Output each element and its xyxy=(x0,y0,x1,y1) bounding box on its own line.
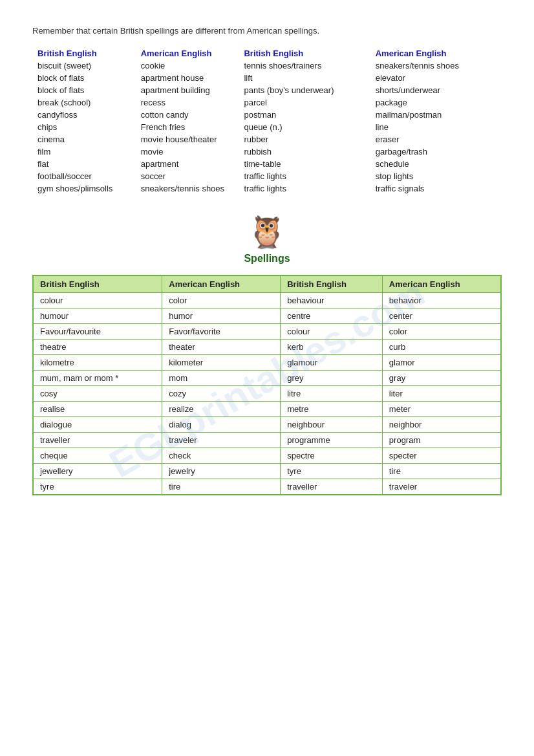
vocab-cell: rubbish xyxy=(239,146,370,158)
vocab-cell: apartment house xyxy=(136,72,239,84)
spelling-cell: colour xyxy=(281,324,383,340)
vocab-cell: queue (n.) xyxy=(239,121,370,133)
spelling-cell: humour xyxy=(33,308,162,324)
vocab-cell: package xyxy=(370,96,502,109)
spellings-header-amer2: American English xyxy=(382,275,501,293)
spelling-cell: center xyxy=(382,308,501,324)
vocab-cell: block of flats xyxy=(32,84,136,96)
vocab-cell: flat xyxy=(32,158,136,170)
vocab-cell: pants (boy's underwear) xyxy=(239,84,370,96)
spelling-cell: glamor xyxy=(382,355,501,371)
vocab-cell: football/soccer xyxy=(32,170,136,182)
vocab-row: block of flatsapartment buildingpants (b… xyxy=(32,84,502,96)
vocab-cell: French fries xyxy=(136,121,239,133)
vocab-cell: candyfloss xyxy=(32,109,136,121)
spellings-header-row: British English American English British… xyxy=(33,275,501,293)
spelling-row: dialoguedialogneighbourneighbor xyxy=(33,417,501,433)
spelling-cell: tyre xyxy=(281,464,383,479)
spelling-row: humourhumorcentrecenter xyxy=(33,308,501,324)
spelling-cell: colour xyxy=(33,293,162,308)
vocab-row: football/soccersoccertraffic lightsstop … xyxy=(32,170,502,182)
spelling-cell: Favor/favorite xyxy=(162,324,281,340)
spelling-cell: cosy xyxy=(33,386,162,402)
spellings-header-brit1: British English xyxy=(33,275,162,293)
vocab-cell: apartment building xyxy=(136,84,239,96)
vocab-row: biscuit (sweet)cookietennis shoes/traine… xyxy=(32,59,502,72)
vocab-cell: movie house/theater xyxy=(136,133,239,146)
vocab-cell: lift xyxy=(239,72,370,84)
spelling-cell: Favour/favourite xyxy=(33,324,162,340)
vocabulary-table: British English American English British… xyxy=(32,47,502,195)
spelling-cell: dialogue xyxy=(33,417,162,433)
vocab-cell: sneakers/tennis shoes xyxy=(136,182,239,195)
spelling-cell: metre xyxy=(281,402,383,417)
spelling-cell: kilometer xyxy=(162,355,281,371)
vocab-cell: rubber xyxy=(239,133,370,146)
vocab-row: flatapartmenttime-tableschedule xyxy=(32,158,502,170)
spelling-cell: centre xyxy=(281,308,383,324)
vocab-cell: film xyxy=(32,146,136,158)
spelling-row: theatretheaterkerbcurb xyxy=(33,340,501,355)
vocab-row: gym shoes/plimsollssneakers/tennis shoes… xyxy=(32,182,502,195)
vocab-cell: cinema xyxy=(32,133,136,146)
vocab-cell: traffic lights xyxy=(239,182,370,195)
spelling-row: Favour/favouriteFavor/favoritecolourcolo… xyxy=(33,324,501,340)
spelling-cell: check xyxy=(162,448,281,464)
spellings-table: British English American English British… xyxy=(32,275,502,495)
spelling-cell: kerb xyxy=(281,340,383,355)
spelling-cell: jewellery xyxy=(33,464,162,479)
spelling-cell: cheque xyxy=(33,448,162,464)
vocab-cell: mailman/postman xyxy=(370,109,502,121)
spelling-cell: program xyxy=(382,433,501,448)
vocab-header-amer2: American English xyxy=(370,47,502,59)
vocab-cell: recess xyxy=(136,96,239,109)
vocab-cell: postman xyxy=(239,109,370,121)
spelling-cell: cozy xyxy=(162,386,281,402)
vocab-cell: time-table xyxy=(239,158,370,170)
vocab-cell: parcel xyxy=(239,96,370,109)
spelling-cell: spectre xyxy=(281,448,383,464)
spelling-cell: litre xyxy=(281,386,383,402)
spelling-cell: grey xyxy=(281,371,383,386)
vocab-cell: eraser xyxy=(370,133,502,146)
vocab-header-brit2: British English xyxy=(239,47,370,59)
spelling-cell: realise xyxy=(33,402,162,417)
spelling-cell: meter xyxy=(382,402,501,417)
spelling-cell: liter xyxy=(382,386,501,402)
spelling-row: travellertravelerprogrammeprogram xyxy=(33,433,501,448)
spelling-cell: kilometre xyxy=(33,355,162,371)
vocab-cell: cotton candy xyxy=(136,109,239,121)
spelling-row: chequecheckspectrespecter xyxy=(33,448,501,464)
vocab-cell: elevator xyxy=(370,72,502,84)
vocab-row: cinemamovie house/theaterrubbereraser xyxy=(32,133,502,146)
vocab-cell: line xyxy=(370,121,502,133)
vocab-header-brit1: British English xyxy=(32,47,136,59)
spelling-row: mum, mam or mom *momgreygray xyxy=(33,371,501,386)
spelling-cell: traveller xyxy=(281,479,383,495)
vocab-header-row: British English American English British… xyxy=(32,47,502,59)
spelling-cell: jewelry xyxy=(162,464,281,479)
vocab-row: candyflosscotton candypostmanmailman/pos… xyxy=(32,109,502,121)
spelling-cell: traveler xyxy=(162,433,281,448)
spelling-cell: color xyxy=(162,293,281,308)
vocab-row: break (school)recessparcelpackage xyxy=(32,96,502,109)
spelling-cell: realize xyxy=(162,402,281,417)
spelling-cell: neighbour xyxy=(281,417,383,433)
spellings-header-brit2: British English xyxy=(281,275,383,293)
vocab-cell: biscuit (sweet) xyxy=(32,59,136,72)
vocab-cell: shorts/underwear xyxy=(370,84,502,96)
spelling-row: colourcolorbehaviourbehavior xyxy=(33,293,501,308)
vocab-cell: traffic signals xyxy=(370,182,502,195)
spelling-row: jewelleryjewelrytyretire xyxy=(33,464,501,479)
spelling-cell: theatre xyxy=(33,340,162,355)
vocab-cell: garbage/trash xyxy=(370,146,502,158)
spelling-cell: gray xyxy=(382,371,501,386)
spelling-cell: tyre xyxy=(33,479,162,495)
spelling-cell: dialog xyxy=(162,417,281,433)
vocab-cell: tennis shoes/trainers xyxy=(239,59,370,72)
spelling-cell: mum, mam or mom * xyxy=(33,371,162,386)
spelling-cell: curb xyxy=(382,340,501,355)
spelling-row: cosycozylitreliter xyxy=(33,386,501,402)
vocab-cell: apartment xyxy=(136,158,239,170)
spelling-cell: glamour xyxy=(281,355,383,371)
